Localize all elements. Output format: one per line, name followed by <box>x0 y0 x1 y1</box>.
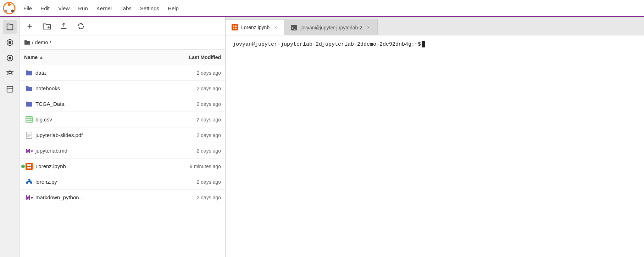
file-row[interactable]: jupyterlab-slides.pdf2 days ago <box>20 127 225 143</box>
col-name-header[interactable]: Name ▲ <box>24 55 157 60</box>
menu-tabs[interactable]: Tabs <box>117 4 135 13</box>
svg-marker-26 <box>31 150 33 153</box>
file-modified-label: 2 days ago <box>157 86 221 91</box>
activity-running[interactable] <box>3 35 17 50</box>
refresh-button[interactable] <box>75 21 87 32</box>
content-area: Lorenz.ipynb×>_jovyan@jupyter-jupyterlab… <box>226 17 644 257</box>
file-list-header: Name ▲ Last Modified <box>20 50 225 65</box>
menu-help[interactable]: Help <box>164 4 182 13</box>
tab-label-0: Lorenz.ipynb <box>241 24 270 30</box>
menu-file[interactable]: File <box>20 4 35 13</box>
svg-point-32 <box>29 183 30 184</box>
pdf-icon <box>24 132 34 139</box>
file-row[interactable]: Mjupyterlab.md2 days ago <box>20 143 225 159</box>
sort-arrow-icon: ▲ <box>39 55 43 60</box>
terminal-prompt: jovyan@jupyter-jupyterlab-2djupyterlab-2… <box>233 41 637 47</box>
svg-rect-8 <box>7 86 13 92</box>
jupyter-logo <box>3 2 16 15</box>
breadcrumb: / demo / <box>20 35 225 50</box>
file-row[interactable]: TCGA_Data2 days ago <box>20 96 225 112</box>
tab-0[interactable]: Lorenz.ipynb× <box>226 19 285 35</box>
active-dot <box>21 165 25 168</box>
file-toolbar <box>20 17 225 35</box>
folder-icon <box>24 70 34 76</box>
file-name-label: jupyterlab-slides.pdf <box>35 132 157 138</box>
activity-settings[interactable] <box>3 67 17 81</box>
tab-icon-1: >_ <box>290 24 298 31</box>
activity-files[interactable] <box>3 20 17 34</box>
file-name-label: TCGA_Data <box>35 101 157 107</box>
file-name-label: notebooks <box>35 85 157 91</box>
new-folder-button[interactable] <box>41 21 52 32</box>
file-name-label: lorenz.py <box>35 179 157 185</box>
file-modified-label: 9 minutes ago <box>157 164 221 169</box>
breadcrumb-folder-icon <box>24 40 30 45</box>
menu-run[interactable]: Run <box>74 4 91 13</box>
file-modified-label: 2 days ago <box>157 117 221 122</box>
svg-point-2 <box>5 10 7 12</box>
tab-close-1[interactable]: × <box>365 24 372 31</box>
col-modified-header[interactable]: Last Modified <box>157 55 221 60</box>
svg-rect-36 <box>235 25 237 27</box>
file-name-label: big.csv <box>35 116 157 122</box>
svg-rect-5 <box>9 41 11 44</box>
svg-text:M: M <box>26 148 30 154</box>
file-list: data2 days agonotebooks2 days agoTCGA_Da… <box>20 65 225 257</box>
tab-1[interactable]: >_jovyan@jupyter-jupyterlab-2× <box>285 19 378 35</box>
upload-button[interactable] <box>58 21 70 32</box>
notebook-icon <box>24 163 34 170</box>
file-modified-label: 2 days ago <box>157 132 221 138</box>
menu-edit[interactable]: Edit <box>37 4 53 13</box>
svg-rect-29 <box>27 167 29 169</box>
svg-rect-30 <box>29 167 31 169</box>
file-row[interactable]: data2 days ago <box>20 65 225 81</box>
file-row[interactable]: lorenz.py2 days ago <box>20 174 225 190</box>
file-modified-label: 2 days ago <box>157 101 221 107</box>
breadcrumb-path: / demo / <box>32 39 51 45</box>
tab-label-1: jovyan@jupyter-jupyterlab-2 <box>300 25 362 30</box>
menu-settings[interactable]: Settings <box>137 4 163 13</box>
svg-rect-35 <box>233 25 234 27</box>
file-modified-label: 2 days ago <box>157 148 221 154</box>
file-name-label: data <box>35 70 157 76</box>
terminal-cursor <box>422 41 425 47</box>
activity-commands[interactable] <box>3 51 17 65</box>
markdown-icon: M <box>24 194 34 201</box>
svg-rect-38 <box>235 28 237 29</box>
new-launcher-button[interactable] <box>24 21 35 32</box>
svg-marker-34 <box>31 197 33 199</box>
svg-rect-16 <box>26 116 32 123</box>
file-row[interactable]: Mmarkdown_python....2 days ago <box>20 190 225 205</box>
folder-icon <box>24 101 34 107</box>
tab-icon-0 <box>231 24 238 31</box>
terminal-area[interactable]: jovyan@jupyter-jupyterlab-2djupyterlab-2… <box>226 35 644 257</box>
file-modified-label: 2 days ago <box>157 195 221 200</box>
file-row[interactable]: big.csv2 days ago <box>20 112 225 127</box>
svg-rect-27 <box>27 164 29 166</box>
menu-bar: File Edit View Run Kernel Tabs Settings … <box>0 0 644 17</box>
svg-text:M: M <box>26 195 30 201</box>
python-icon <box>24 178 34 185</box>
svg-rect-37 <box>233 28 234 29</box>
svg-text:>_: >_ <box>292 26 296 30</box>
tab-bar: Lorenz.ipynb×>_jovyan@jupyter-jupyterlab… <box>226 17 644 35</box>
file-row[interactable]: Lorenz.ipynb9 minutes ago <box>20 159 225 174</box>
svg-point-1 <box>8 3 11 6</box>
folder-icon <box>24 85 34 92</box>
menu-kernel[interactable]: Kernel <box>93 4 115 13</box>
file-panel: / demo / Name ▲ Last Modified data2 days… <box>20 17 226 257</box>
file-row[interactable]: notebooks2 days ago <box>20 81 225 96</box>
csv-icon <box>24 116 34 123</box>
markdown-icon: M <box>24 148 34 154</box>
menu-view[interactable]: View <box>55 4 73 13</box>
activity-bar <box>0 17 20 257</box>
file-modified-label: 2 days ago <box>157 70 221 76</box>
svg-point-3 <box>11 10 14 12</box>
file-modified-label: 2 days ago <box>157 179 221 185</box>
activity-tabs[interactable] <box>3 82 17 96</box>
file-name-label: Lorenz.ipynb <box>35 163 157 169</box>
file-name-label: markdown_python.... <box>35 194 157 200</box>
svg-rect-28 <box>29 164 31 166</box>
tab-close-0[interactable]: × <box>272 24 279 30</box>
file-name-label: jupyterlab.md <box>35 148 157 154</box>
